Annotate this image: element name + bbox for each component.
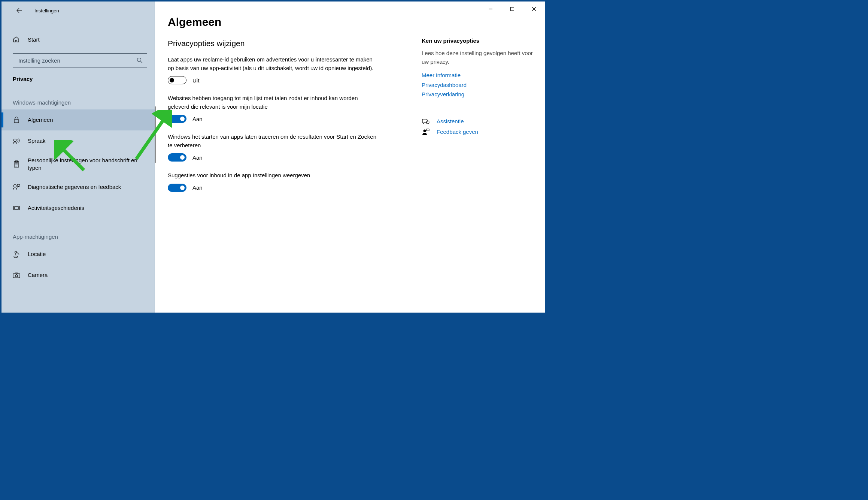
side-info-title: Ken uw privacyopties <box>422 37 534 44</box>
lock-icon <box>13 116 20 124</box>
svg-rect-18 <box>13 274 20 278</box>
action-feedback[interactable]: Feedback geven <box>422 129 534 135</box>
sidebar-group-title: App-machtigingen <box>1 219 155 244</box>
action-label: Assistentie <box>437 118 464 124</box>
svg-rect-24 <box>511 7 514 11</box>
section-title: Privacyopties wijzigen <box>168 39 403 48</box>
svg-rect-2 <box>14 120 19 123</box>
feedback-person-icon <box>422 129 430 135</box>
home-nav[interactable]: Start <box>1 31 155 48</box>
sidebar-item-label: Spraak <box>28 137 46 145</box>
toggle-state-label: Aan <box>192 116 203 122</box>
sidebar-item-activity[interactable]: Activiteitsgeschiedenis <box>1 198 155 219</box>
sidebar-item-spraak[interactable]: Spraak <box>1 130 155 151</box>
toggle-row: Aan <box>168 153 403 162</box>
link-privacy-statement[interactable]: Privacyverklaring <box>422 90 534 99</box>
toggle-advertising-id[interactable] <box>168 76 186 84</box>
option-description: Windows het starten van apps laten trace… <box>168 133 377 150</box>
sidebar: Instellingen Start Privacy Windows-macht… <box>1 1 155 313</box>
svg-rect-10 <box>17 184 20 186</box>
toggle-settings-suggestions[interactable] <box>168 184 186 192</box>
minimize-button[interactable] <box>480 1 501 16</box>
sidebar-item-locatie[interactable]: Locatie <box>1 244 155 265</box>
svg-rect-22 <box>427 129 429 131</box>
svg-point-20 <box>426 121 429 124</box>
speech-icon <box>13 137 20 145</box>
camera-icon <box>13 271 20 279</box>
svg-point-21 <box>423 129 426 132</box>
side-info-panel: Ken uw privacyopties Lees hoe deze inste… <box>422 16 534 301</box>
sidebar-item-inking[interactable]: Persoonlijke instellingen voor handschri… <box>1 151 155 177</box>
clipboard-icon <box>13 160 20 168</box>
app-title: Instellingen <box>34 8 59 13</box>
settings-window: Instellingen Start Privacy Windows-macht… <box>1 1 545 313</box>
scrollbar[interactable] <box>155 106 156 163</box>
main-panel: Algemeen Privacyopties wijzigen Laat app… <box>155 1 545 313</box>
toggle-app-launch-tracking[interactable] <box>168 153 186 162</box>
option-description: Websites hebben toegang tot mijn lijst m… <box>168 94 377 111</box>
option-description: Suggesties voor inhoud in de app Instell… <box>168 171 377 180</box>
sidebar-item-label: Locatie <box>28 250 46 258</box>
svg-point-3 <box>14 139 16 142</box>
title-bar: Instellingen <box>1 1 155 19</box>
location-icon <box>13 250 20 258</box>
action-assist[interactable]: Assistentie <box>422 118 534 125</box>
content-column: Algemeen Privacyopties wijzigen Laat app… <box>168 16 403 301</box>
link-more-info[interactable]: Meer informatie <box>422 70 534 80</box>
option-description: Laat apps uw reclame-id gebruiken om adv… <box>168 55 377 72</box>
toggle-row: Aan <box>168 184 403 192</box>
toggle-row: Uit <box>168 76 403 84</box>
feedback-icon <box>13 183 20 191</box>
arrow-left-icon <box>16 7 22 13</box>
home-label: Start <box>28 36 40 43</box>
side-info-body: Lees hoe deze instelling gevolgen heeft … <box>422 49 534 66</box>
svg-point-19 <box>15 275 18 277</box>
toggle-website-language[interactable] <box>168 115 186 123</box>
sidebar-item-label: Algemeen <box>28 116 53 124</box>
sidebar-category: Privacy <box>1 67 155 84</box>
sidebar-item-label: Camera <box>28 271 48 279</box>
close-button[interactable] <box>523 1 545 16</box>
activity-icon <box>13 204 20 212</box>
home-icon <box>13 36 20 43</box>
toggle-state-label: Aan <box>192 184 203 191</box>
toggle-state-label: Uit <box>192 77 199 84</box>
window-controls <box>480 1 545 16</box>
page-title: Algemeen <box>168 16 403 28</box>
sidebar-group-title: Windows-machtigingen <box>1 84 155 109</box>
maximize-button[interactable] <box>501 1 523 16</box>
toggle-state-label: Aan <box>192 154 203 161</box>
sidebar-item-label: Persoonlijke instellingen voor handschri… <box>28 157 147 171</box>
search-container <box>13 53 147 67</box>
action-label: Feedback geven <box>437 129 478 135</box>
back-button[interactable] <box>11 2 28 19</box>
help-icon <box>422 118 430 125</box>
search-input[interactable] <box>13 53 147 67</box>
svg-rect-13 <box>15 207 18 210</box>
sidebar-item-label: Activiteitsgeschiedenis <box>28 204 84 212</box>
sidebar-item-algemeen[interactable]: Algemeen <box>1 109 155 130</box>
toggle-row: Aan <box>168 115 403 123</box>
sidebar-item-label: Diagnostische gegevens en feedback <box>28 183 121 191</box>
svg-point-16 <box>15 251 17 253</box>
link-privacy-dashboard[interactable]: Privacydashboard <box>422 80 534 90</box>
svg-line-17 <box>17 253 19 254</box>
sidebar-item-camera[interactable]: Camera <box>1 265 155 286</box>
sidebar-item-diagnostics[interactable]: Diagnostische gegevens en feedback <box>1 177 155 198</box>
svg-point-9 <box>14 185 16 187</box>
